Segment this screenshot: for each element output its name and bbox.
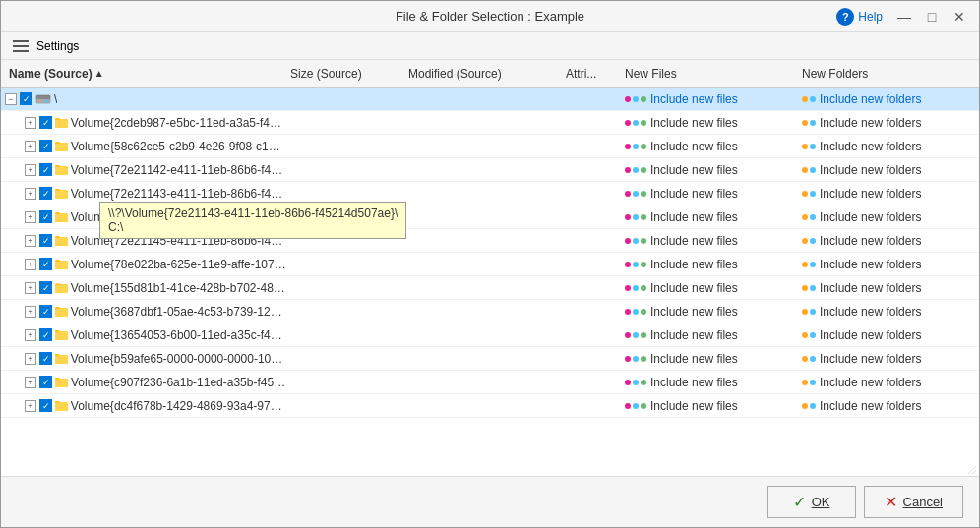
hamburger-menu[interactable] [9, 36, 32, 56]
maximize-button[interactable]: □ [920, 5, 944, 29]
row-expand[interactable]: + [25, 329, 36, 341]
row-name-cell: + Volume{3687dbf1-05ae-4c53-b739-121de25… [5, 305, 286, 319]
row-new-files[interactable]: Include new files [621, 163, 798, 177]
row-new-folders[interactable]: Include new folders [798, 116, 975, 130]
window-title: File & Folder Selection : Example [396, 9, 584, 24]
row-expand[interactable]: + [25, 377, 36, 388]
row-new-folders[interactable]: Include new folders [798, 328, 975, 342]
row-checkbox[interactable] [39, 281, 52, 294]
row-new-files[interactable]: Include new files [621, 305, 798, 319]
table-row[interactable]: + Volume{58c62ce5-c2b9-4e26-9f08-c10a97a… [1, 135, 979, 158]
row-new-files[interactable]: Include new files [621, 187, 798, 201]
col-modified[interactable]: Modified (Source) [404, 67, 562, 81]
minimize-button[interactable]: ― [892, 5, 916, 29]
row-new-files[interactable]: Include new files [621, 116, 798, 130]
table-row[interactable]: + Volume{72e21145-e411-11eb-86b6-f45214d… [1, 229, 979, 253]
row-checkbox[interactable] [39, 210, 52, 223]
row-new-files[interactable]: Include new files [621, 210, 798, 224]
row-new-folders[interactable]: Include new folders [798, 234, 975, 248]
col-new-files[interactable]: New Files [621, 67, 798, 81]
row-checkbox[interactable] [39, 234, 52, 247]
row-new-files[interactable]: Include new files [621, 234, 798, 248]
row-checkbox[interactable] [39, 376, 52, 388]
row-expand[interactable]: + [25, 353, 36, 365]
help-button[interactable]: ? Help [830, 6, 888, 28]
row-checkbox[interactable] [39, 140, 52, 152]
row-expand[interactable]: + [25, 259, 36, 270]
row-new-files[interactable]: Include new files [621, 328, 798, 342]
row-expand[interactable]: + [25, 164, 36, 176]
table-row[interactable]: + Volume{3687dbf1-05ae-4c53-b739-121de25… [1, 300, 979, 323]
col-attri[interactable]: Attri... [562, 67, 621, 81]
root-expand[interactable]: − [5, 93, 17, 105]
root-new-files[interactable]: Include new files [621, 92, 798, 106]
row-checkbox[interactable] [39, 305, 52, 318]
row-new-files[interactable]: Include new files [621, 140, 798, 153]
folder-icon [55, 116, 68, 129]
row-name-text: Volume{dc4f678b-1429-4869-93a4-9736b0c19… [71, 399, 286, 413]
close-button[interactable]: ✕ [948, 5, 971, 29]
row-new-folders[interactable]: Include new folders [798, 163, 975, 177]
row-checkbox[interactable] [39, 399, 52, 412]
row-new-folders[interactable]: Include new folders [798, 210, 975, 224]
table-row[interactable]: + Volume{dc4f678b-1429-4869-93a4-9736b0c… [1, 394, 979, 418]
row-name-cell: + Volume{c907f236-6a1b-11ed-a35b-f45214d… [5, 376, 286, 389]
table-row[interactable]: + Volume{c907f236-6a1b-11ed-a35b-f45214d… [1, 371, 979, 394]
row-name-text: Volume{2cdeb987-e5bc-11ed-a3a5-f45214d50… [71, 116, 286, 130]
col-name[interactable]: Name (Source) ▲ [5, 67, 286, 81]
row-name-cell: + Volume{72e21143-e411-11eb-86b6-f45214d… [5, 187, 286, 201]
row-new-folders[interactable]: Include new folders [798, 140, 975, 153]
row-new-folders[interactable]: Include new folders [798, 281, 975, 295]
row-expand[interactable]: + [25, 306, 36, 318]
row-checkbox[interactable] [39, 352, 52, 365]
row-new-folders[interactable]: Include new folders [798, 376, 975, 389]
row-new-folders[interactable]: Include new folders [798, 305, 975, 319]
row-name-text: Volume{155d81b1-41ce-428b-b702-481649819… [71, 281, 286, 295]
row-checkbox[interactable] [39, 258, 52, 270]
row-checkbox[interactable] [39, 163, 52, 176]
table-row[interactable]: + Volume{13654053-6b00-11ed-a35c-f45214d… [1, 323, 979, 347]
row-new-files[interactable]: Include new files [621, 281, 798, 295]
row-new-files[interactable]: Include new files [621, 376, 798, 389]
cancel-label: Cancel [903, 495, 943, 509]
row-expand[interactable]: + [25, 188, 36, 200]
ok-button[interactable]: ✓ OK [767, 486, 856, 518]
tooltip-row[interactable]: + Volume{72e21143-e411-11eb-86b6-f45214d… [1, 182, 979, 205]
table-row[interactable]: + Volume{2cdeb987-e5bc-11ed-a3a5-f45214d… [1, 111, 979, 135]
row-checkbox[interactable] [39, 116, 52, 129]
row-name-cell: + Volume{78e022ba-625e-11e9-affe-107b445… [5, 258, 286, 271]
row-name-text: Volume{72e21143-e411-11eb-86b6-f45214d50… [71, 187, 286, 201]
root-new-folders[interactable]: Include new folders [798, 92, 975, 106]
col-new-folders[interactable]: New Folders [798, 67, 975, 81]
root-checkbox[interactable] [20, 92, 32, 105]
table-row[interactable]: + Volume{78e022ba-625e-11e9-affe-107b445… [1, 253, 979, 276]
table-row[interactable]: + Volume{155d81b1-41ce-428b-b702-4816498… [1, 276, 979, 300]
row-expand[interactable]: + [25, 400, 36, 412]
row-new-folders[interactable]: Include new folders [798, 399, 975, 413]
row-checkbox[interactable] [39, 187, 52, 200]
resize-handle[interactable] [967, 464, 977, 474]
table-row[interactable]: + Volume{72e21144-e411-11eb-86b6-f45214d… [1, 205, 979, 229]
table-row[interactable]: + Volume{72e21142-e411-11eb-86b6-f45214d… [1, 158, 979, 182]
row-new-folders[interactable]: Include new folders [798, 258, 975, 271]
row-new-files[interactable]: Include new files [621, 352, 798, 366]
row-new-files[interactable]: Include new files [621, 258, 798, 271]
folder-icon [55, 376, 68, 388]
row-expand[interactable]: + [25, 282, 36, 294]
row-checkbox[interactable] [39, 328, 52, 341]
cancel-button[interactable]: ✕ Cancel [864, 486, 963, 518]
drive-icon [35, 91, 51, 107]
row-expand[interactable]: + [25, 235, 36, 247]
row-new-files[interactable]: Include new files [621, 399, 798, 413]
row-expand[interactable]: + [25, 141, 36, 152]
folder-icon [55, 305, 68, 318]
row-expand[interactable]: + [25, 117, 36, 129]
folder-icon [55, 210, 68, 223]
col-size[interactable]: Size (Source) [286, 67, 404, 81]
row-new-folders[interactable]: Include new folders [798, 187, 975, 201]
row-new-folders[interactable]: Include new folders [798, 352, 975, 366]
root-row[interactable]: − \ [1, 88, 979, 111]
root-include-folders-text: Include new folders [820, 92, 921, 106]
table-row[interactable]: + Volume{b59afe65-0000-0000-0000-1000000… [1, 347, 979, 371]
row-expand[interactable]: + [25, 211, 36, 223]
